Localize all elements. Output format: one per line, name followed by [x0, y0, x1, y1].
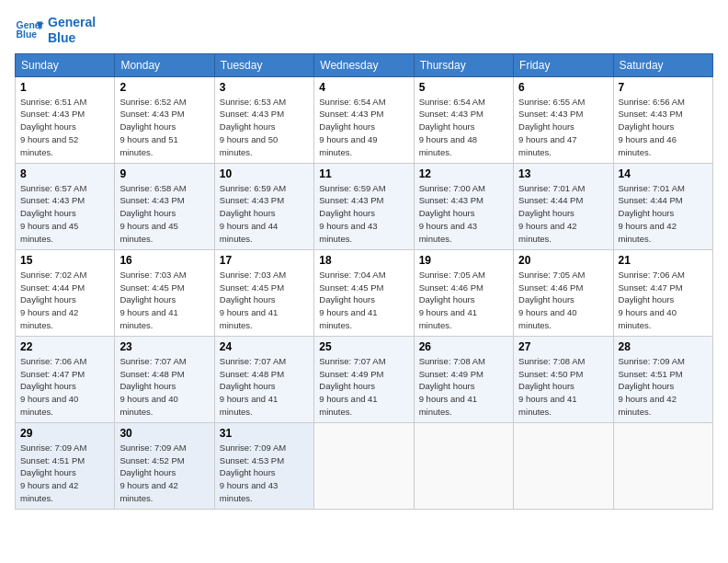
day-number: 24	[220, 340, 309, 353]
day-number: 16	[119, 254, 209, 267]
day-number: 12	[419, 167, 508, 180]
day-details: Sunrise: 7:04 AMSunset: 4:45 PMDaylight …	[319, 270, 385, 330]
weekday-header-tuesday: Tuesday	[214, 53, 313, 76]
day-number: 18	[319, 254, 408, 267]
week-row-3: 15 Sunrise: 7:02 AMSunset: 4:44 PMDaylig…	[16, 249, 713, 336]
weekday-header-monday: Monday	[115, 53, 214, 76]
day-details: Sunrise: 7:09 AMSunset: 4:51 PMDaylight …	[619, 356, 685, 417]
day-cell-2: 2 Sunrise: 6:52 AMSunset: 4:43 PMDayligh…	[115, 76, 214, 163]
day-details: Sunrise: 7:06 AMSunset: 4:47 PMDaylight …	[619, 270, 685, 330]
day-cell-6: 6 Sunrise: 6:55 AMSunset: 4:43 PMDayligh…	[514, 76, 613, 163]
day-number: 8	[20, 167, 109, 180]
day-cell-7: 7 Sunrise: 6:56 AMSunset: 4:43 PMDayligh…	[613, 76, 712, 163]
logo-general: General	[48, 15, 96, 30]
weekday-header-sunday: Sunday	[16, 53, 115, 76]
day-cell-25: 25 Sunrise: 7:07 AMSunset: 4:49 PMDaylig…	[314, 336, 414, 422]
day-cell-10: 10 Sunrise: 6:59 AMSunset: 4:43 PMDaylig…	[214, 163, 313, 249]
day-cell-5: 5 Sunrise: 6:54 AMSunset: 4:43 PMDayligh…	[414, 76, 513, 163]
day-details: Sunrise: 7:03 AMSunset: 4:45 PMDaylight …	[220, 270, 286, 330]
empty-cell	[314, 422, 414, 509]
week-row-1: 1 Sunrise: 6:51 AMSunset: 4:43 PMDayligh…	[16, 76, 713, 163]
day-cell-19: 19 Sunrise: 7:05 AMSunset: 4:46 PMDaylig…	[414, 249, 513, 336]
weekday-header-row: SundayMondayTuesdayWednesdayThursdayFrid…	[16, 53, 713, 76]
day-details: Sunrise: 7:05 AMSunset: 4:46 PMDaylight …	[518, 270, 585, 330]
day-cell-13: 13 Sunrise: 7:01 AMSunset: 4:44 PMDaylig…	[514, 163, 613, 249]
day-cell-26: 26 Sunrise: 7:08 AMSunset: 4:49 PMDaylig…	[414, 336, 513, 422]
day-details: Sunrise: 6:52 AMSunset: 4:43 PMDaylight …	[119, 97, 186, 157]
day-details: Sunrise: 7:09 AMSunset: 4:53 PMDaylight …	[220, 442, 286, 503]
day-number: 14	[619, 167, 708, 180]
day-number: 30	[119, 427, 209, 440]
day-details: Sunrise: 7:09 AMSunset: 4:52 PMDaylight …	[119, 442, 186, 503]
day-details: Sunrise: 6:57 AMSunset: 4:43 PMDaylight …	[20, 183, 86, 244]
day-number: 3	[220, 81, 309, 94]
day-cell-11: 11 Sunrise: 6:59 AMSunset: 4:43 PMDaylig…	[314, 163, 414, 249]
day-details: Sunrise: 6:55 AMSunset: 4:43 PMDaylight …	[518, 97, 585, 157]
day-details: Sunrise: 7:07 AMSunset: 4:49 PMDaylight …	[319, 356, 385, 417]
day-cell-31: 31 Sunrise: 7:09 AMSunset: 4:53 PMDaylig…	[214, 422, 313, 509]
day-details: Sunrise: 6:59 AMSunset: 4:43 PMDaylight …	[319, 183, 385, 244]
day-cell-14: 14 Sunrise: 7:01 AMSunset: 4:44 PMDaylig…	[613, 163, 712, 249]
empty-cell	[613, 422, 712, 509]
day-number: 19	[419, 254, 508, 267]
week-row-5: 29 Sunrise: 7:09 AMSunset: 4:51 PMDaylig…	[16, 422, 713, 509]
svg-text:Blue: Blue	[17, 29, 38, 40]
day-cell-21: 21 Sunrise: 7:06 AMSunset: 4:47 PMDaylig…	[613, 249, 712, 336]
day-number: 21	[619, 254, 708, 267]
day-number: 27	[518, 340, 608, 353]
week-row-4: 22 Sunrise: 7:06 AMSunset: 4:47 PMDaylig…	[16, 336, 713, 422]
day-number: 23	[119, 340, 209, 353]
day-cell-15: 15 Sunrise: 7:02 AMSunset: 4:44 PMDaylig…	[16, 249, 115, 336]
day-number: 13	[518, 167, 608, 180]
day-cell-28: 28 Sunrise: 7:09 AMSunset: 4:51 PMDaylig…	[613, 336, 712, 422]
day-number: 7	[619, 81, 708, 94]
day-cell-4: 4 Sunrise: 6:54 AMSunset: 4:43 PMDayligh…	[314, 76, 414, 163]
day-number: 26	[419, 340, 508, 353]
day-details: Sunrise: 7:02 AMSunset: 4:44 PMDaylight …	[20, 270, 86, 330]
day-cell-12: 12 Sunrise: 7:00 AMSunset: 4:43 PMDaylig…	[414, 163, 513, 249]
day-cell-30: 30 Sunrise: 7:09 AMSunset: 4:52 PMDaylig…	[115, 422, 214, 509]
day-details: Sunrise: 6:58 AMSunset: 4:43 PMDaylight …	[119, 183, 186, 244]
day-details: Sunrise: 7:01 AMSunset: 4:44 PMDaylight …	[619, 183, 685, 244]
day-number: 17	[220, 254, 309, 267]
day-number: 11	[319, 167, 408, 180]
day-cell-1: 1 Sunrise: 6:51 AMSunset: 4:43 PMDayligh…	[16, 76, 115, 163]
day-number: 9	[119, 167, 209, 180]
empty-cell	[514, 422, 613, 509]
day-details: Sunrise: 7:08 AMSunset: 4:50 PMDaylight …	[518, 356, 585, 417]
day-cell-27: 27 Sunrise: 7:08 AMSunset: 4:50 PMDaylig…	[514, 336, 613, 422]
day-cell-24: 24 Sunrise: 7:07 AMSunset: 4:48 PMDaylig…	[214, 336, 313, 422]
day-details: Sunrise: 7:01 AMSunset: 4:44 PMDaylight …	[518, 183, 585, 244]
day-details: Sunrise: 7:03 AMSunset: 4:45 PMDaylight …	[119, 270, 186, 330]
day-number: 20	[518, 254, 608, 267]
day-details: Sunrise: 7:08 AMSunset: 4:49 PMDaylight …	[419, 356, 485, 417]
weekday-header-friday: Friday	[514, 53, 613, 76]
day-cell-18: 18 Sunrise: 7:04 AMSunset: 4:45 PMDaylig…	[314, 249, 414, 336]
day-details: Sunrise: 7:00 AMSunset: 4:43 PMDaylight …	[419, 183, 485, 244]
day-number: 25	[319, 340, 408, 353]
calendar: SundayMondayTuesdayWednesdayThursdayFrid…	[15, 53, 713, 510]
weekday-header-wednesday: Wednesday	[314, 53, 414, 76]
day-details: Sunrise: 6:54 AMSunset: 4:43 PMDaylight …	[419, 97, 485, 157]
day-cell-29: 29 Sunrise: 7:09 AMSunset: 4:51 PMDaylig…	[16, 422, 115, 509]
empty-cell	[414, 422, 513, 509]
day-details: Sunrise: 6:54 AMSunset: 4:43 PMDaylight …	[319, 97, 385, 157]
day-details: Sunrise: 6:53 AMSunset: 4:43 PMDaylight …	[220, 97, 286, 157]
day-cell-22: 22 Sunrise: 7:06 AMSunset: 4:47 PMDaylig…	[16, 336, 115, 422]
day-cell-20: 20 Sunrise: 7:05 AMSunset: 4:46 PMDaylig…	[514, 249, 613, 336]
day-details: Sunrise: 7:07 AMSunset: 4:48 PMDaylight …	[220, 356, 286, 417]
day-details: Sunrise: 6:59 AMSunset: 4:43 PMDaylight …	[220, 183, 286, 244]
day-details: Sunrise: 7:05 AMSunset: 4:46 PMDaylight …	[419, 270, 485, 330]
logo: General Blue General Blue	[15, 15, 96, 46]
day-number: 22	[20, 340, 109, 353]
day-details: Sunrise: 7:07 AMSunset: 4:48 PMDaylight …	[119, 356, 186, 417]
day-cell-23: 23 Sunrise: 7:07 AMSunset: 4:48 PMDaylig…	[115, 336, 214, 422]
day-cell-9: 9 Sunrise: 6:58 AMSunset: 4:43 PMDayligh…	[115, 163, 214, 249]
day-details: Sunrise: 7:06 AMSunset: 4:47 PMDaylight …	[20, 356, 86, 417]
logo-blue: Blue	[48, 30, 96, 46]
day-number: 28	[619, 340, 708, 353]
week-row-2: 8 Sunrise: 6:57 AMSunset: 4:43 PMDayligh…	[16, 163, 713, 249]
day-number: 31	[220, 427, 309, 440]
day-cell-17: 17 Sunrise: 7:03 AMSunset: 4:45 PMDaylig…	[214, 249, 313, 336]
day-number: 10	[220, 167, 309, 180]
